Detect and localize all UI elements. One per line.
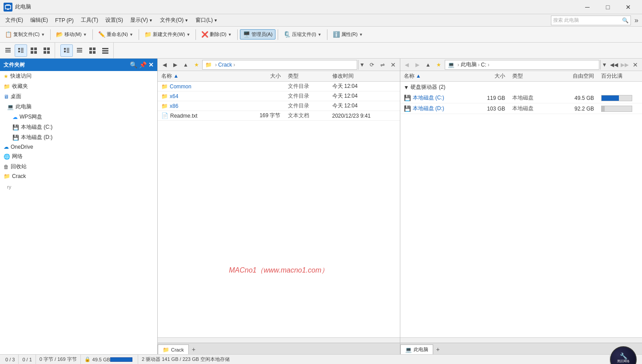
rcol-size-header[interactable]: 大小 <box>473 72 509 80</box>
menu-bar: 文件(E) 编辑(E) FTP (P) 工具(T) 设置(S) 显示(V)▼ 文… <box>0 14 642 27</box>
right-addr-sep3: › <box>488 62 490 68</box>
left-tab-add[interactable]: + <box>189 344 199 354</box>
sidebar-item-wps[interactable]: ☁ WPS网盘 <box>0 112 157 122</box>
hdd-group-header[interactable]: ▼ 硬盘驱动器 (2) <box>400 82 642 93</box>
left-back-btn[interactable]: ◀ <box>160 60 169 70</box>
right-pane-nav1[interactable]: ◀◀ <box>609 60 619 70</box>
left-up-btn[interactable]: ▲ <box>181 60 191 70</box>
left-tab-crack[interactable]: 📁 Crack <box>158 344 189 354</box>
svg-rect-0 <box>5 5 11 9</box>
drive-row-d[interactable]: 💾 本地磁盘 (D:) 103 GB 本地磁盘 92.2 GB <box>400 103 642 114</box>
left-address-bar[interactable]: 📁 › Crack › <box>202 60 357 70</box>
right-view-list-btn[interactable] <box>73 44 86 57</box>
left-favorite-btn[interactable]: ★ <box>191 60 201 70</box>
sidebar-item-network[interactable]: 🌐 网络 <box>0 151 157 162</box>
right-favorite-btn[interactable]: ★ <box>434 60 444 70</box>
admin-button[interactable]: 🖥️ 管理员(A) <box>240 29 276 40</box>
sidebar-item-drive-d[interactable]: 💾 本地磁盘 (D:) <box>0 132 157 142</box>
close-button[interactable]: ✕ <box>618 0 638 14</box>
col-name-header[interactable]: 名称 ▲ <box>158 72 249 80</box>
col-modified-header[interactable]: 修改时间 <box>329 72 400 80</box>
move-button[interactable]: 📂 移动(M) ▼ <box>53 29 90 40</box>
col-type-header[interactable]: 类型 <box>284 72 329 80</box>
left-hscroll[interactable] <box>158 337 400 343</box>
file-row-x64[interactable]: 📁 x64 文件目录 今天 12:04 <box>158 91 400 101</box>
drive-row-c[interactable]: 💾 本地磁盘 (C:) 119 GB 本地磁盘 49.5 GB <box>400 93 642 103</box>
left-pane-refresh-btn[interactable]: ⟳ <box>367 60 377 70</box>
menu-folder[interactable]: 文件夹(O)▼ <box>156 15 192 26</box>
left-addr-dropdown[interactable]: ▼ <box>358 60 366 70</box>
maximize-button[interactable]: □ <box>598 0 618 14</box>
svg-rect-17 <box>47 47 50 50</box>
search-box[interactable]: 搜索 此电脑 🔍 <box>551 16 631 25</box>
window-controls: ─ □ ✕ <box>577 0 638 14</box>
right-view-thumb2-btn[interactable] <box>86 44 99 57</box>
sidebar-item-recycle[interactable]: 🗑 回收站 <box>0 162 157 172</box>
svg-rect-9 <box>18 51 20 52</box>
rcol-free-header[interactable]: 自由空间 <box>553 72 598 80</box>
sep4 <box>195 29 196 40</box>
right-view-tile2-btn[interactable] <box>99 44 112 57</box>
left-pane: ◀ ▶ ▲ ★ 📁 › Crack › ▼ ⟳ ⇌ ✕ <box>158 59 400 354</box>
menu-tools[interactable]: 工具(T) <box>77 15 102 26</box>
file-row-common[interactable]: 📁 Common 文件目录 今天 12:04 <box>158 82 400 91</box>
file-row-x86[interactable]: 📁 x86 文件目录 今天 12:04 <box>158 101 400 111</box>
desktop-icon: 🖥 <box>4 94 9 100</box>
expand-icon[interactable]: » <box>633 16 640 24</box>
right-view-detail-btn[interactable] <box>60 44 73 57</box>
sidebar-lock-icon[interactable]: 📌 <box>139 61 147 68</box>
view-tile-btn[interactable] <box>40 44 53 57</box>
rcol-pct-header[interactable]: 百分比满 <box>598 72 642 80</box>
search-icon[interactable]: 🔍 <box>622 17 629 24</box>
menu-edit[interactable]: 编辑(E) <box>27 15 52 26</box>
rcol-name-header[interactable]: 名称 ▲ <box>400 72 474 80</box>
rename-button[interactable]: ✏️ 重命名(N) ▼ <box>95 29 136 40</box>
file-row-readme[interactable]: 📄 Readme.txt 169 字节 文本文档 2020/12/23 9:41 <box>158 111 400 121</box>
sidebar-item-favorites[interactable]: 📁 收藏夹 <box>0 81 157 91</box>
right-tab-pc[interactable]: 💻 此电脑 <box>400 344 433 354</box>
menu-view[interactable]: 显示(V)▼ <box>127 15 156 26</box>
compress-button[interactable]: 🗜️ 压缩文件(I) ▼ <box>280 29 324 40</box>
sidebar-item-onedrive[interactable]: ☁ OneDrive <box>0 142 157 151</box>
sidebar-item-this-pc[interactable]: 💻 此电脑 <box>0 102 157 112</box>
left-pane-close-btn[interactable]: ✕ <box>388 60 398 70</box>
col-size-header[interactable]: 大小 <box>249 72 284 80</box>
view-detail-btn[interactable] <box>15 44 27 57</box>
delete-arrow: ▼ <box>228 32 232 37</box>
props-button[interactable]: ℹ️ 属性(R) ▼ <box>330 29 366 40</box>
delete-button[interactable]: ❌ 删除(D) ▼ <box>198 29 235 40</box>
right-up-btn[interactable]: ▲ <box>423 60 433 70</box>
move-arrow: ▼ <box>83 32 87 37</box>
view-thumb-btn[interactable] <box>28 44 40 57</box>
window-title: 此电脑 <box>15 3 577 11</box>
right-hscroll[interactable] <box>400 337 642 343</box>
right-address-bar[interactable]: 💻 › 此电脑 › C: › <box>445 60 600 70</box>
sidebar-item-crack[interactable]: 📁 Crack <box>0 172 157 181</box>
file-name-common: 📁 Common <box>158 83 249 90</box>
svg-rect-2 <box>7 9 9 10</box>
rcol-type-header[interactable]: 类型 <box>509 72 553 80</box>
menu-settings[interactable]: 设置(S) <box>102 15 127 26</box>
left-pane-sync-btn[interactable]: ⇌ <box>378 60 387 70</box>
sidebar-label-drive-c: 本地磁盘 (C:) <box>21 123 52 131</box>
sidebar-close-icon[interactable]: ✕ <box>148 61 154 68</box>
sidebar-item-quick-access[interactable]: ★ 快速访问 <box>0 71 157 81</box>
left-forward-btn[interactable]: ▶ <box>170 60 180 70</box>
main-area: 文件夹树 🔍 📌 ✕ ★ 快速访问 📁 收藏夹 🖥 桌面 <box>0 59 642 354</box>
menu-ftp[interactable]: FTP (P) <box>52 16 77 25</box>
sidebar-search-icon[interactable]: 🔍 <box>130 61 137 68</box>
sidebar-item-desktop[interactable]: 🖥 桌面 <box>0 91 157 102</box>
copy-icon: 📋 <box>5 31 12 38</box>
file-name-readme: 📄 Readme.txt <box>158 112 249 119</box>
copy-button[interactable]: 📋 复制文件(C) ▼ <box>2 29 48 40</box>
view-list-btn[interactable] <box>2 44 14 57</box>
menu-file[interactable]: 文件(E) <box>2 15 27 26</box>
sidebar-item-drive-c[interactable]: 💾 本地磁盘 (C:) <box>0 122 157 132</box>
right-tab-add[interactable]: + <box>433 344 443 354</box>
right-addr-dropdown[interactable]: ▼ <box>600 60 608 70</box>
new-folder-button[interactable]: 📁 新建文件夹(W) ▼ <box>141 29 194 40</box>
menu-window[interactable]: 窗口(L)▼ <box>192 15 221 26</box>
app-icon <box>4 3 12 12</box>
minimize-button[interactable]: ─ <box>577 0 598 14</box>
right-pane-close-btn[interactable]: ✕ <box>630 60 640 70</box>
